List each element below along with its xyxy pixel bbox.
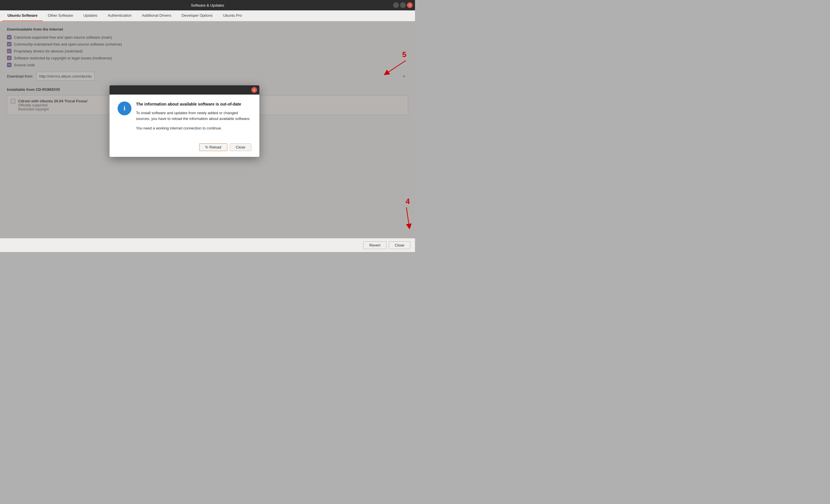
tab-updates[interactable]: Updates: [78, 10, 102, 21]
dialog-body: i The information about available softwa…: [109, 95, 259, 141]
annotation-num-5: 5: [402, 50, 406, 59]
annotation-5: 5: [383, 50, 406, 76]
dialog: × i The information about available soft…: [109, 85, 259, 157]
main-content: Downloadable from the Internet Canonical…: [0, 21, 415, 238]
dialog-close-button[interactable]: Close: [230, 143, 251, 151]
close-button[interactable]: Close: [389, 241, 410, 249]
main-window: Software & Updates – □ × Ubuntu Software…: [0, 0, 415, 252]
modal-overlay: 5 ×: [0, 21, 415, 238]
dialog-message2: You need a working internet connection t…: [136, 125, 251, 131]
tab-bar: Ubuntu Software Other Software Updates A…: [0, 10, 415, 21]
tab-developer-options[interactable]: Developer Options: [177, 10, 218, 21]
window-controls: – □ ×: [393, 2, 413, 8]
tab-additional-drivers[interactable]: Additional Drivers: [137, 10, 177, 21]
dialog-heading: The information about available software…: [136, 101, 251, 107]
tab-ubuntu-software[interactable]: Ubuntu Software: [2, 10, 43, 21]
svg-line-2: [386, 61, 406, 73]
minimize-button[interactable]: –: [393, 2, 399, 8]
dialog-reload-button[interactable]: ↻Reload: [199, 143, 227, 151]
dialog-message1: To install software and updates from new…: [136, 110, 251, 121]
window-title: Software & Updates: [191, 3, 224, 7]
window-close-button[interactable]: ×: [407, 2, 413, 8]
dialog-footer: ↻Reload Close: [109, 141, 259, 157]
dialog-titlebar: ×: [109, 85, 259, 95]
arrow-5-svg: [383, 59, 406, 76]
maximize-button[interactable]: □: [400, 2, 406, 8]
dialog-text: The information about available software…: [136, 101, 251, 135]
tab-authentication[interactable]: Authentication: [103, 10, 137, 21]
bottom-bar: Revert Close: [0, 238, 415, 252]
titlebar: Software & Updates – □ ×: [0, 0, 415, 10]
dialog-close-x-button[interactable]: ×: [251, 87, 257, 93]
dialog-info-icon: i: [118, 101, 131, 115]
revert-button[interactable]: Revert: [363, 241, 386, 249]
tab-ubuntu-pro[interactable]: Ubuntu Pro: [218, 10, 247, 21]
tab-other-software[interactable]: Other Software: [43, 10, 78, 21]
